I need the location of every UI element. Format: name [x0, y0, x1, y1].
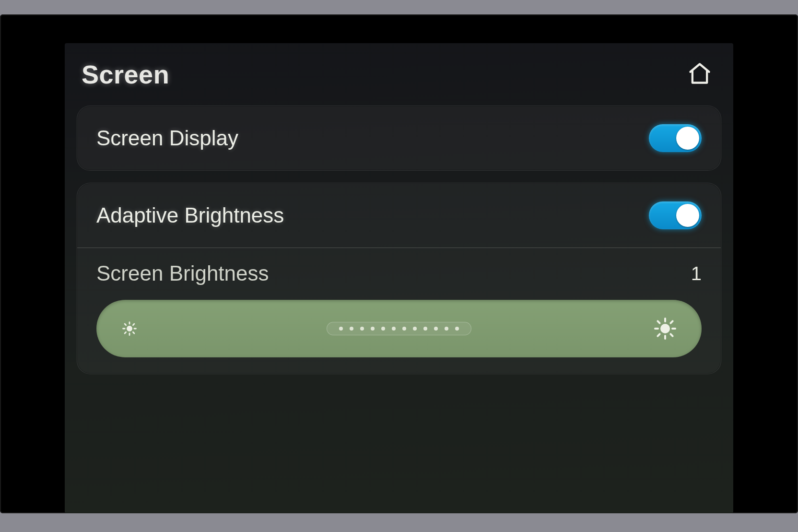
svg-line-15: [670, 334, 672, 336]
adaptive-brightness-label: Adaptive Brightness: [96, 203, 284, 227]
handle-dot: [371, 327, 375, 331]
handle-dot: [360, 327, 364, 331]
svg-line-16: [657, 334, 659, 336]
svg-line-5: [125, 324, 126, 325]
brightness-high-icon[interactable]: [654, 317, 677, 340]
adaptive-brightness-row[interactable]: Adaptive Brightness: [77, 183, 721, 248]
page-title: Screen: [82, 59, 169, 89]
toggle-knob: [676, 204, 699, 227]
screen-brightness-value: 1: [691, 263, 702, 284]
handle-dot: [445, 327, 448, 331]
device-bezel: Screen Screen Display: [0, 14, 798, 513]
handle-dot: [381, 327, 385, 331]
slider-drag-handle[interactable]: [327, 322, 471, 335]
handle-dot: [434, 327, 438, 331]
svg-line-17: [670, 321, 672, 323]
svg-line-7: [125, 332, 126, 333]
toggle-knob: [676, 127, 699, 150]
screen-brightness-row: Screen Brightness 1: [77, 248, 721, 294]
screen-display-toggle[interactable]: [649, 124, 702, 152]
svg-line-14: [657, 321, 659, 323]
brightness-slider-wrap: [77, 294, 721, 374]
handle-dot: [413, 327, 417, 331]
brightness-slider[interactable]: [96, 300, 702, 357]
handle-dot: [455, 327, 459, 331]
header-bar: Screen: [65, 43, 733, 106]
screen-display-row[interactable]: Screen Display: [77, 106, 721, 170]
handle-dot: [402, 327, 406, 331]
screen-display-card: Screen Display: [77, 106, 721, 171]
handle-dot: [392, 327, 396, 331]
screen-brightness-label: Screen Brightness: [96, 261, 269, 285]
screen-display-label: Screen Display: [96, 126, 238, 150]
home-icon: [687, 61, 712, 88]
svg-point-0: [127, 326, 131, 331]
svg-point-9: [661, 325, 669, 332]
handle-dot: [339, 327, 343, 331]
svg-line-6: [133, 332, 134, 333]
settings-screen: Screen Screen Display: [65, 43, 733, 513]
svg-line-8: [133, 324, 134, 325]
home-button[interactable]: [685, 60, 714, 89]
handle-dot: [350, 327, 353, 331]
brightness-low-icon[interactable]: [121, 320, 138, 337]
adaptive-brightness-toggle[interactable]: [649, 201, 702, 229]
brightness-card: Adaptive Brightness Screen Brightness 1: [77, 183, 721, 374]
handle-dot: [423, 327, 427, 331]
